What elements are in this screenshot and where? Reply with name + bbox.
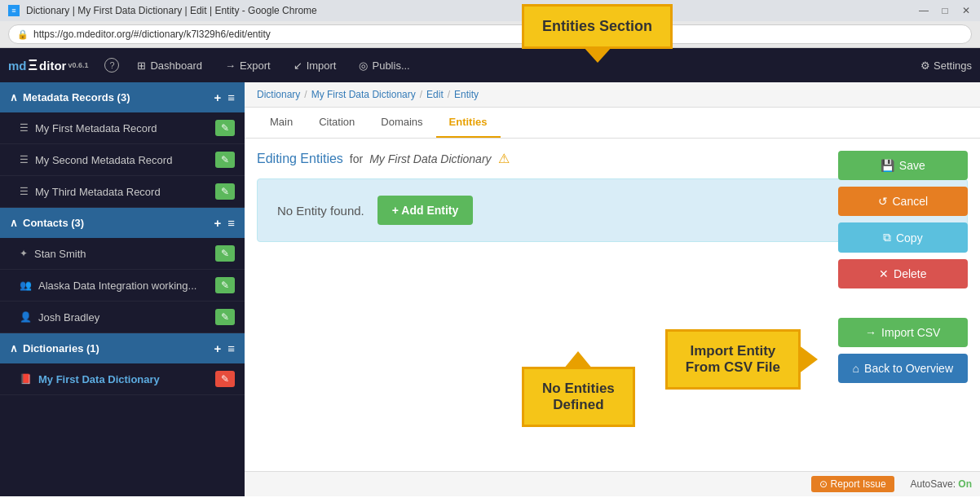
back-label: Back to Overview bbox=[864, 362, 953, 375]
brand-editor-text: ditor bbox=[39, 59, 66, 73]
tab-domains[interactable]: Domains bbox=[368, 108, 435, 138]
breadcrumb-my-first[interactable]: My First Data Dictionary bbox=[311, 89, 416, 100]
breadcrumb: Dictionary / My First Data Dictionary / … bbox=[245, 82, 980, 108]
editing-prefix: Editing Entities bbox=[257, 152, 343, 166]
dictionaries-expand-icon: ∧ bbox=[10, 342, 18, 354]
import-icon: → bbox=[865, 326, 876, 339]
nav-items: ⊞ Dashboard → Export ↙ Import ◎ Publis..… bbox=[127, 55, 920, 77]
no-entity-text: No Entity found. bbox=[277, 204, 364, 218]
contact-icon-3: 👤 bbox=[20, 311, 32, 323]
maximize-button[interactable]: □ bbox=[939, 5, 951, 16]
tab-main[interactable]: Main bbox=[257, 108, 306, 138]
nav-export[interactable]: → Export bbox=[215, 55, 280, 77]
metadata-label-3: My Third Metadata Record bbox=[35, 186, 215, 198]
url-text: https://go.mdeditor.org/#/dictionary/k7l… bbox=[33, 29, 271, 40]
metadata-section-header: ∧ Metadata Records (3) + ≡ bbox=[0, 82, 245, 112]
contact-edit-btn-3[interactable]: ✎ bbox=[215, 309, 235, 325]
tabs: Main Citation Domains Entities bbox=[245, 108, 980, 139]
delete-button[interactable]: ✕ Delete bbox=[838, 259, 968, 288]
minimize-button[interactable]: — bbox=[918, 5, 929, 16]
metadata-icon-3: ☰ bbox=[20, 186, 29, 197]
metadata-icon-2: ☰ bbox=[20, 154, 29, 165]
statusbar: ⊙ Report Issue AutoSave: On bbox=[245, 471, 980, 496]
contacts-add-button[interactable]: + bbox=[214, 216, 221, 230]
tab-entities[interactable]: Entities bbox=[436, 108, 501, 138]
delete-label: Delete bbox=[894, 267, 926, 280]
autosave-value: On bbox=[958, 478, 972, 490]
cancel-label: Cancel bbox=[893, 195, 929, 208]
cancel-button[interactable]: ↺ Cancel bbox=[838, 187, 968, 216]
close-button[interactable]: ✕ bbox=[960, 5, 972, 16]
delete-icon: ✕ bbox=[879, 267, 889, 280]
nav-dashboard[interactable]: ⊞ Dashboard bbox=[127, 55, 212, 77]
metadata-label-1: My First Metadata Record bbox=[35, 122, 215, 134]
sidebar: ∧ Metadata Records (3) + ≡ ☰ My First Me… bbox=[0, 82, 245, 496]
browser-titlebar: ≡ Dictionary | My First Data Dictionary … bbox=[0, 0, 980, 21]
metadata-section-label: Metadata Records (3) bbox=[23, 91, 130, 103]
autosave-label: AutoSave: On bbox=[911, 478, 972, 490]
main-area: ∧ Metadata Records (3) + ≡ ☰ My First Me… bbox=[0, 82, 980, 496]
contact-edit-btn-2[interactable]: ✎ bbox=[215, 277, 235, 293]
callout-entities-section: Entities Section bbox=[522, 4, 673, 49]
dictionaries-menu-button[interactable]: ≡ bbox=[227, 341, 235, 355]
brand: mdΞditorv0.6.1 bbox=[8, 57, 88, 74]
copy-label: Copy bbox=[896, 231, 923, 244]
contacts-menu-button[interactable]: ≡ bbox=[227, 216, 235, 230]
metadata-add-button[interactable]: + bbox=[214, 90, 221, 104]
sidebar-item-contact-2[interactable]: 👥 Alaska Data Integration working... ✎ bbox=[0, 270, 245, 302]
sidebar-item-metadata-1[interactable]: ☰ My First Metadata Record ✎ bbox=[0, 112, 245, 144]
add-entity-button[interactable]: + Add Entity bbox=[377, 196, 474, 225]
browser-chrome: ≡ Dictionary | My First Data Dictionary … bbox=[0, 0, 980, 48]
editing-dictionary-name: My First Data Dictionary bbox=[369, 152, 491, 165]
brand-version: v0.6.1 bbox=[68, 61, 88, 69]
help-button[interactable]: ? bbox=[104, 58, 119, 73]
import-csv-button[interactable]: → Import CSV bbox=[838, 318, 968, 347]
browser-urlbar[interactable]: 🔒 https://go.mdeditor.org/#/dictionary/k… bbox=[8, 24, 972, 44]
metadata-menu-button[interactable]: ≡ bbox=[227, 90, 235, 104]
metadata-icon-1: ☰ bbox=[20, 122, 29, 134]
topnav: mdΞditorv0.6.1 ? ⊞ Dashboard → Export ↙ … bbox=[0, 48, 980, 82]
settings-button[interactable]: ⚙ Settings bbox=[920, 59, 972, 72]
metadata-edit-btn-1[interactable]: ✎ bbox=[215, 120, 235, 136]
sidebar-item-metadata-3[interactable]: ☰ My Third Metadata Record ✎ bbox=[0, 176, 245, 208]
contacts-section-label: Contacts (3) bbox=[23, 217, 84, 229]
dictionaries-add-button[interactable]: + bbox=[214, 341, 221, 355]
nav-publish[interactable]: ◎ Publis... bbox=[349, 55, 419, 77]
contacts-expand-icon: ∧ bbox=[10, 217, 18, 229]
copy-icon: ⧉ bbox=[883, 231, 891, 244]
cancel-icon: ↺ bbox=[878, 195, 888, 208]
lock-icon: 🔒 bbox=[17, 29, 29, 40]
contacts-section-header: ∧ Contacts (3) + ≡ bbox=[0, 208, 245, 238]
breadcrumb-edit[interactable]: Edit bbox=[426, 89, 444, 100]
breadcrumb-dictionary[interactable]: Dictionary bbox=[257, 89, 300, 100]
copy-button[interactable]: ⧉ Copy bbox=[838, 222, 968, 253]
brand-md: md bbox=[8, 59, 27, 73]
nav-import[interactable]: ↙ Import bbox=[284, 55, 347, 77]
tab-citation[interactable]: Citation bbox=[306, 108, 368, 138]
metadata-label-2: My Second Metadata Record bbox=[35, 154, 215, 166]
action-buttons: 💾 Save ↺ Cancel ⧉ Copy ✕ Delete bbox=[838, 151, 968, 383]
dictionaries-section-label: Dictionaries (1) bbox=[23, 342, 99, 354]
browser-title: Dictionary | My First Data Dictionary | … bbox=[26, 5, 317, 16]
contact-edit-btn-1[interactable]: ✎ bbox=[215, 245, 235, 262]
dictionary-edit-btn-1[interactable]: ✎ bbox=[215, 371, 235, 387]
brand-editor-symbol: Ξ bbox=[29, 57, 38, 74]
browser-favicon: ≡ bbox=[8, 5, 20, 16]
edit-area: Editing Entities for My First Data Dicti… bbox=[245, 139, 980, 471]
breadcrumb-entity[interactable]: Entity bbox=[454, 89, 479, 100]
sidebar-item-contact-3[interactable]: 👤 Josh Bradley ✎ bbox=[0, 302, 245, 333]
dictionary-icon-1: 📕 bbox=[20, 373, 32, 385]
save-button[interactable]: 💾 Save bbox=[838, 151, 968, 180]
contact-label-1: Stan Smith bbox=[34, 248, 215, 260]
report-issue-label: ⊙ Report Issue bbox=[819, 478, 885, 490]
save-icon: 💾 bbox=[881, 159, 894, 172]
back-to-overview-button[interactable]: ⌂ Back to Overview bbox=[838, 354, 968, 383]
sidebar-item-contact-1[interactable]: ✦ Stan Smith ✎ bbox=[0, 238, 245, 270]
metadata-edit-btn-3[interactable]: ✎ bbox=[215, 183, 235, 200]
app: mdΞditorv0.6.1 ? ⊞ Dashboard → Export ↙ … bbox=[0, 48, 980, 496]
metadata-edit-btn-2[interactable]: ✎ bbox=[215, 152, 235, 168]
contact-icon-1: ✦ bbox=[20, 248, 28, 259]
report-issue-button[interactable]: ⊙ Report Issue bbox=[811, 476, 894, 492]
sidebar-item-metadata-2[interactable]: ☰ My Second Metadata Record ✎ bbox=[0, 144, 245, 176]
sidebar-item-dictionary-1[interactable]: 📕 My First Data Dictionary ✎ bbox=[0, 363, 245, 395]
